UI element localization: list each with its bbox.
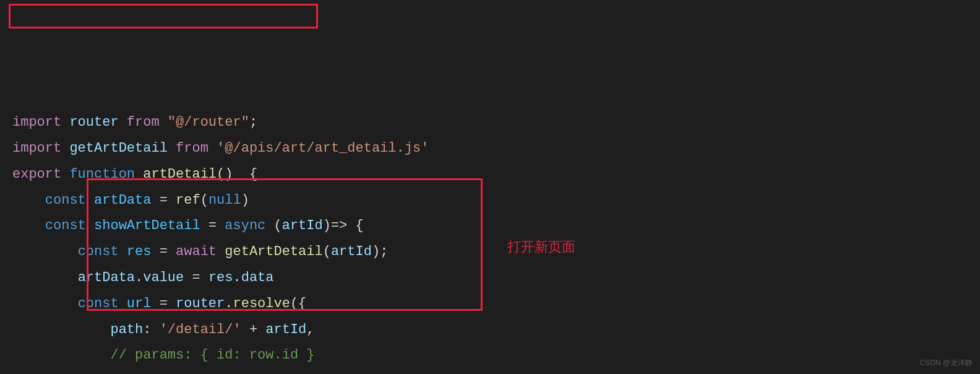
highlight-box-import [9, 4, 318, 28]
code-line-4: const artData = ref(null) [12, 193, 249, 208]
code-line-8: const url = router.resolve({ [12, 296, 306, 311]
code-line-2: import getArtDetail from '@/apis/art/art… [12, 141, 429, 156]
code-editor[interactable]: import router from "@/router"; import ge… [12, 110, 968, 374]
annotation-label: 打开新页面 [507, 234, 575, 260]
code-line-1: import router from "@/router"; [12, 115, 257, 130]
code-line-6: const res = await getArtDetail(artId); [12, 244, 388, 259]
code-line-5: const showArtDetail = async (artId)=> { [12, 218, 364, 233]
code-line-10: // params: { id: row.id } [12, 347, 315, 363]
watermark: CSDN @龙洋静 [919, 356, 973, 370]
code-line-9: path: '/detail/' + artId, [12, 322, 315, 337]
code-line-3: export function artDetail() { [12, 167, 257, 182]
code-line-7: artData.value = res.data [12, 270, 274, 285]
